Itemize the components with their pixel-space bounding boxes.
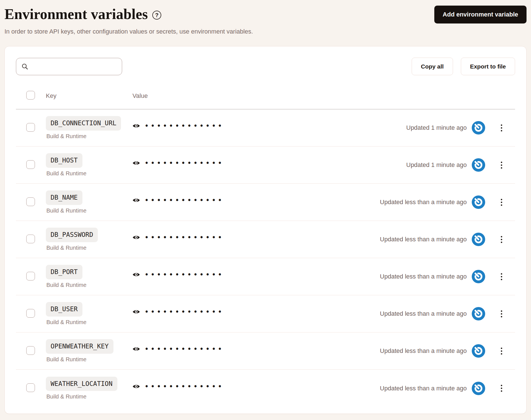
row-checkbox[interactable] xyxy=(26,309,35,318)
env-table-body: DB_CONNECTION_URL Build & Runtime ••••••… xyxy=(16,109,515,407)
row-checkbox[interactable] xyxy=(26,235,35,243)
updated-timestamp: Updated less than a minute ago xyxy=(380,347,467,355)
page-header: Environment variables ? Add environment … xyxy=(4,5,527,23)
kebab-dot xyxy=(501,273,502,275)
row-menu-kebab-button[interactable] xyxy=(500,383,503,393)
value-cell: ••••••••••••• xyxy=(132,122,406,129)
row-menu-kebab-button[interactable] xyxy=(500,123,503,133)
table-row: DB_NAME Build & Runtime ••••••••••••• Up… xyxy=(16,184,515,221)
row-checkbox[interactable] xyxy=(26,160,35,169)
row-checkbox[interactable] xyxy=(26,383,35,392)
eye-icon xyxy=(132,384,140,389)
value-cell: ••••••••••••• xyxy=(132,308,380,315)
env-key-chip: DB_CONNECTION_URL xyxy=(46,116,121,131)
row-checkbox-cell xyxy=(16,197,46,207)
key-cell: DB_USER Build & Runtime xyxy=(46,302,132,325)
env-key-chip: DB_NAME xyxy=(46,190,82,205)
env-key-chip: DB_PORT xyxy=(46,265,82,279)
eye-icon xyxy=(132,123,140,128)
kebab-dot xyxy=(501,279,502,280)
row-checkbox-cell xyxy=(16,235,46,244)
updated-timestamp: Updated 1 minute ago xyxy=(406,124,467,131)
eye-icon xyxy=(132,235,140,240)
kebab-dot xyxy=(501,388,502,389)
row-checkbox[interactable] xyxy=(26,272,35,280)
row-checkbox[interactable] xyxy=(26,346,35,355)
reveal-value-button[interactable] xyxy=(132,198,140,203)
table-header-row: Key Value xyxy=(16,91,515,109)
kebab-dot xyxy=(501,204,502,206)
env-key-chip: DB_HOST xyxy=(46,153,82,168)
eye-icon xyxy=(132,309,140,314)
reveal-value-button[interactable] xyxy=(132,123,140,128)
kebab-dot xyxy=(501,350,502,352)
copy-all-button[interactable]: Copy all xyxy=(412,58,453,75)
row-checkbox-cell xyxy=(16,309,46,319)
key-cell: DB_PORT Build & Runtime xyxy=(46,265,132,288)
search-icon xyxy=(21,63,29,70)
row-menu-kebab-button[interactable] xyxy=(500,346,503,356)
masked-value: ••••••••••••• xyxy=(144,271,224,278)
row-menu-kebab-button[interactable] xyxy=(500,309,503,319)
sync-pending-icon xyxy=(472,270,485,283)
kebab-dot xyxy=(501,167,502,169)
kebab-dot xyxy=(501,390,502,392)
value-cell: ••••••••••••• xyxy=(132,271,380,278)
kebab-dot xyxy=(501,313,502,315)
key-cell: DB_PASSWORD Build & Runtime xyxy=(46,228,132,251)
value-cell: ••••••••••••• xyxy=(132,159,406,167)
table-row: WEATHER_LOCATION Build & Runtime •••••••… xyxy=(16,370,515,407)
title-wrap: Environment variables ? xyxy=(4,5,161,23)
help-icon[interactable]: ? xyxy=(152,11,161,20)
row-menu-kebab-button[interactable] xyxy=(500,234,503,245)
eye-icon xyxy=(132,198,140,203)
kebab-dot xyxy=(501,239,502,240)
export-to-file-button[interactable]: Export to file xyxy=(461,58,515,75)
table-row: DB_PORT Build & Runtime ••••••••••••• Up… xyxy=(16,258,515,295)
reveal-value-button[interactable] xyxy=(132,346,140,351)
key-column-header: Key xyxy=(46,92,132,100)
value-cell: ••••••••••••• xyxy=(132,383,380,390)
table-row: OPENWEATHER_KEY Build & Runtime ••••••••… xyxy=(16,332,515,370)
reveal-value-button[interactable] xyxy=(132,161,140,166)
kebab-dot xyxy=(501,199,502,200)
page-title: Environment variables xyxy=(4,5,148,23)
table-row: DB_USER Build & Runtime ••••••••••••• Up… xyxy=(16,295,515,332)
env-key-chip: WEATHER_LOCATION xyxy=(46,377,117,391)
reveal-value-button[interactable] xyxy=(132,272,140,277)
masked-value: ••••••••••••• xyxy=(144,308,224,315)
reveal-value-button[interactable] xyxy=(132,235,140,240)
updated-timestamp: Updated less than a minute ago xyxy=(380,236,467,243)
env-scope-label: Build & Runtime xyxy=(46,319,86,325)
env-key-chip: DB_PASSWORD xyxy=(46,228,98,242)
reveal-value-button[interactable] xyxy=(132,309,140,314)
meta-cell: Updated less than a minute ago xyxy=(380,270,503,283)
masked-value: ••••••••••••• xyxy=(144,383,224,390)
add-environment-variable-button[interactable]: Add environment variable xyxy=(434,6,527,23)
key-cell: OPENWEATHER_KEY Build & Runtime xyxy=(46,339,132,363)
sync-pending-icon xyxy=(472,382,485,395)
row-menu-kebab-button[interactable] xyxy=(500,197,503,207)
meta-cell: Updated 1 minute ago xyxy=(406,121,504,135)
env-scope-label: Build & Runtime xyxy=(46,393,86,400)
key-cell: DB_HOST Build & Runtime xyxy=(46,153,132,177)
reveal-value-button[interactable] xyxy=(132,384,140,389)
env-key-chip: OPENWEATHER_KEY xyxy=(46,339,113,354)
environment-variables-page: Environment variables ? Add environment … xyxy=(0,0,531,414)
row-checkbox[interactable] xyxy=(26,197,35,206)
env-key-chip: DB_USER xyxy=(46,302,82,317)
kebab-dot xyxy=(501,164,502,166)
row-checkbox[interactable] xyxy=(26,123,35,132)
row-menu-kebab-button[interactable] xyxy=(500,160,503,170)
sync-pending-icon xyxy=(472,233,485,246)
updated-timestamp: Updated less than a minute ago xyxy=(380,385,467,392)
header-checkbox-cell xyxy=(16,91,46,101)
search-box[interactable] xyxy=(16,58,122,75)
sync-pending-icon xyxy=(472,121,485,135)
kebab-dot xyxy=(501,202,502,203)
search-input[interactable] xyxy=(32,58,117,75)
meta-cell: Updated less than a minute ago xyxy=(380,195,503,209)
select-all-checkbox[interactable] xyxy=(26,91,35,100)
row-menu-kebab-button[interactable] xyxy=(500,272,503,282)
sync-pending-icon xyxy=(472,344,485,358)
